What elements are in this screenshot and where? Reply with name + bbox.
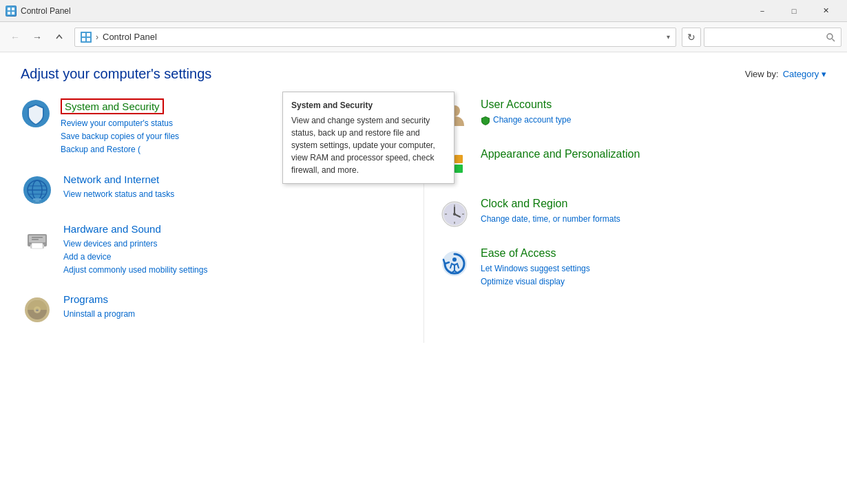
user-accounts-link-1[interactable]: Change account type bbox=[493, 114, 571, 127]
system-security-icon bbox=[21, 98, 51, 129]
svg-rect-20 bbox=[35, 200, 39, 202]
window-controls: − □ ✕ bbox=[746, 0, 841, 22]
shield-badge-icon bbox=[481, 116, 490, 125]
hardware-link-2[interactable]: Add a device bbox=[63, 251, 410, 264]
svg-line-11 bbox=[833, 39, 835, 41]
svg-rect-19 bbox=[33, 198, 41, 200]
address-bar-icon bbox=[81, 32, 92, 43]
svg-point-10 bbox=[827, 34, 833, 39]
right-column: User Accounts Change account type bbox=[424, 98, 826, 343]
categories-grid: System and Security Review your computer… bbox=[21, 98, 826, 343]
svg-rect-3 bbox=[8, 12, 10, 14]
system-security-tooltip: System and Security View and change syst… bbox=[282, 92, 454, 184]
tooltip-title: System and Security bbox=[291, 99, 446, 112]
svg-point-41 bbox=[453, 213, 456, 216]
svg-rect-27 bbox=[32, 243, 43, 249]
svg-rect-6 bbox=[82, 33, 85, 36]
svg-rect-2 bbox=[12, 8, 14, 10]
search-icon bbox=[826, 32, 835, 42]
category-system-security: System and Security Review your computer… bbox=[21, 98, 410, 157]
view-by-label: View by: bbox=[745, 69, 779, 79]
svg-rect-34 bbox=[454, 155, 463, 163]
breadcrumb-sep: › bbox=[96, 32, 98, 42]
titlebar: Control Panel − □ ✕ bbox=[0, 0, 847, 22]
forward-button[interactable]: → bbox=[28, 28, 47, 47]
clock-icon bbox=[438, 198, 471, 231]
category-appearance: Appearance and Personalization bbox=[438, 148, 826, 181]
ease-of-access-heading[interactable]: Ease of Access bbox=[481, 247, 826, 260]
svg-rect-1 bbox=[8, 8, 10, 10]
tooltip-body: View and change system and security stat… bbox=[291, 114, 446, 176]
svg-point-47 bbox=[452, 258, 457, 262]
address-dropdown-icon[interactable]: ▾ bbox=[667, 33, 670, 41]
hardware-sound-icon bbox=[21, 223, 54, 256]
hardware-sound-text: Hardware and Sound View devices and prin… bbox=[63, 223, 410, 277]
ease-link-1[interactable]: Let Windows suggest settings bbox=[481, 262, 826, 275]
appearance-heading[interactable]: Appearance and Personalization bbox=[481, 148, 826, 160]
programs-link-1[interactable]: Uninstall a program bbox=[63, 308, 410, 321]
category-ease-of-access: Ease of Access Let Windows suggest setti… bbox=[438, 247, 826, 288]
user-accounts-heading[interactable]: User Accounts bbox=[481, 98, 826, 111]
view-by-dropdown[interactable]: Category ▾ bbox=[783, 69, 826, 79]
app-icon bbox=[6, 6, 17, 17]
svg-rect-7 bbox=[87, 33, 90, 36]
hardware-link-3[interactable]: Adjust commonly used mobility settings bbox=[63, 264, 410, 277]
view-by: View by: Category ▾ bbox=[745, 69, 826, 79]
network-link-1[interactable]: View network status and tasks bbox=[63, 188, 410, 201]
back-button[interactable]: ← bbox=[6, 28, 25, 47]
page-title: Adjust your computer's settings bbox=[21, 66, 211, 82]
page-header: Adjust your computer's settings View by:… bbox=[21, 66, 826, 82]
programs-text: Programs Uninstall a program bbox=[63, 293, 410, 321]
svg-rect-25 bbox=[32, 237, 43, 238]
window-title: Control Panel bbox=[21, 6, 746, 16]
minimize-button[interactable]: − bbox=[746, 0, 778, 22]
toolbar: ← → › Control Panel ▾ ↻ bbox=[0, 22, 847, 52]
category-hardware-sound: Hardware and Sound View devices and prin… bbox=[21, 223, 410, 277]
search-input[interactable] bbox=[710, 32, 823, 42]
ease-of-access-text: Ease of Access Let Windows suggest setti… bbox=[481, 247, 826, 288]
search-box[interactable] bbox=[704, 28, 841, 47]
svg-rect-21 bbox=[32, 202, 43, 203]
svg-rect-4 bbox=[12, 12, 14, 14]
clock-link-1[interactable]: Change date, time, or number formats bbox=[481, 213, 826, 226]
address-text: Control Panel bbox=[103, 32, 662, 42]
category-clock: Clock and Region Change date, time, or n… bbox=[438, 198, 826, 231]
main-content: Adjust your computer's settings View by:… bbox=[0, 52, 847, 504]
up-button[interactable] bbox=[50, 28, 69, 47]
category-user-accounts: User Accounts Change account type bbox=[438, 98, 826, 132]
left-column: System and Security Review your computer… bbox=[21, 98, 424, 343]
programs-icon bbox=[21, 293, 54, 326]
clock-text: Clock and Region Change date, time, or n… bbox=[481, 198, 826, 226]
appearance-text: Appearance and Personalization bbox=[481, 148, 826, 163]
network-heading[interactable]: Network and Internet bbox=[63, 174, 159, 185]
system-security-heading[interactable]: System and Security bbox=[61, 98, 164, 114]
user-accounts-text: User Accounts Change account type bbox=[481, 98, 826, 127]
svg-rect-0 bbox=[6, 6, 16, 16]
svg-rect-26 bbox=[32, 239, 39, 240]
ease-of-access-icon bbox=[438, 247, 471, 280]
refresh-button[interactable]: ↻ bbox=[682, 28, 701, 47]
category-programs: Programs Uninstall a program bbox=[21, 293, 410, 326]
hardware-sound-heading[interactable]: Hardware and Sound bbox=[63, 223, 161, 235]
svg-rect-36 bbox=[454, 165, 463, 173]
clock-heading[interactable]: Clock and Region bbox=[481, 198, 826, 210]
svg-rect-8 bbox=[82, 38, 85, 41]
close-button[interactable]: ✕ bbox=[810, 0, 841, 22]
network-icon bbox=[21, 174, 54, 207]
hardware-link-1[interactable]: View devices and printers bbox=[63, 238, 410, 251]
address-bar[interactable]: › Control Panel ▾ bbox=[74, 28, 676, 47]
maximize-button[interactable]: □ bbox=[778, 0, 810, 22]
ease-link-2[interactable]: Optimize visual display bbox=[481, 275, 826, 288]
programs-heading[interactable]: Programs bbox=[63, 293, 108, 305]
svg-rect-9 bbox=[87, 38, 90, 41]
